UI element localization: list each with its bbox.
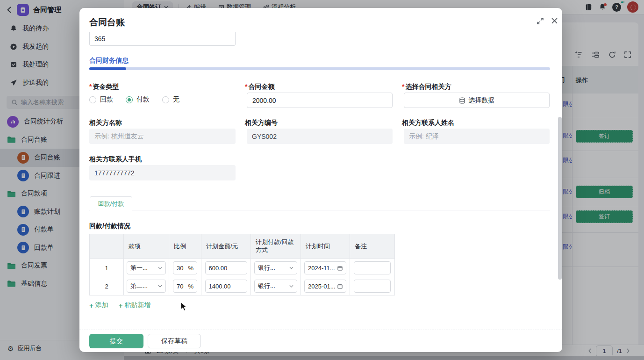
- chevron-down-icon: [289, 266, 293, 269]
- table-row: 2 第二... 70% 1400.00 银行... 2025-01...: [90, 277, 394, 295]
- submit-button[interactable]: 提交: [89, 334, 143, 348]
- item-select[interactable]: 第二...: [127, 280, 166, 293]
- radio-icon: [162, 96, 169, 103]
- payment-plan-table: 款项 比例 计划金额/元 计划付款/回款方式 计划时间 备注 1 第一... 3…: [89, 234, 395, 295]
- field-label-amount: 合同金额: [245, 83, 274, 91]
- field-label-related-party: 选择合同相关方: [402, 83, 451, 91]
- party-code-input: GYS002: [247, 129, 393, 144]
- chevron-down-icon: [158, 285, 162, 288]
- contract-amount-input[interactable]: 2000.00: [247, 93, 393, 108]
- amount-input[interactable]: 1400.00: [205, 280, 247, 293]
- radio-label: 付款: [136, 95, 150, 104]
- date-picker[interactable]: 2025-01...: [304, 280, 346, 293]
- calendar-icon: [337, 284, 343, 289]
- chevron-down-icon: [289, 285, 293, 288]
- ratio-input[interactable]: 70%: [173, 280, 197, 293]
- duration-input[interactable]: 365: [89, 32, 236, 46]
- expand-icon[interactable]: [537, 18, 544, 24]
- row-index: 1: [90, 259, 124, 277]
- modal-scrollbar[interactable]: [558, 117, 562, 280]
- col-header: 比例: [169, 234, 201, 259]
- party-name-input: 示例: 杭州道友云: [89, 129, 236, 144]
- field-label-party-name: 相关方名称: [89, 119, 122, 127]
- select-data-label: 选择数据: [468, 96, 494, 105]
- table-header-row: 款项 比例 计划金额/元 计划付款/回款方式 计划时间 备注: [90, 234, 394, 259]
- amount-input[interactable]: 600.00: [205, 261, 247, 274]
- section-title-finance: 合同财务信息: [89, 57, 129, 65]
- mouse-cursor: [180, 302, 188, 312]
- fund-type-radio-group: 回款 付款 无: [89, 95, 179, 104]
- contract-ledger-modal: 合同台账 365 合同财务信息 资金类型 合同金额 选择合同相关方 回款 付款 …: [79, 8, 562, 352]
- section-progress-bar: [89, 67, 550, 70]
- tab-receipt-payment[interactable]: 回款/付款: [90, 196, 132, 211]
- contact-phone-input: 17777777772: [89, 165, 236, 180]
- radio-label: 无: [173, 95, 179, 104]
- chevron-down-icon: [158, 266, 162, 269]
- field-label-party-code: 相关方编号: [245, 119, 278, 127]
- app-window: 合同管理 我的待办 我发起的 我处理的 抄送我的 输入名称来搜索 合同统计分析: [0, 0, 644, 360]
- footer-divider: [79, 330, 562, 330]
- save-draft-button[interactable]: 保存草稿: [148, 334, 201, 348]
- modal-title: 合同台账: [89, 16, 125, 29]
- table-row: 1 第一... 30% 600.00 银行... 2024-11...: [90, 259, 394, 277]
- col-header: 备注: [350, 234, 394, 259]
- select-data-button[interactable]: 选择数据: [404, 93, 550, 108]
- calendar-icon: [337, 266, 343, 271]
- radio-none[interactable]: 无: [162, 95, 179, 104]
- item-select[interactable]: 第一...: [127, 261, 166, 274]
- note-input[interactable]: [354, 261, 391, 274]
- date-picker[interactable]: 2024-11...: [304, 261, 346, 274]
- row-index: 2: [90, 277, 124, 295]
- paste-add-button[interactable]: 粘贴新增: [119, 301, 151, 310]
- payment-table-title: 回款/付款情况: [89, 222, 130, 230]
- plus-icon: [89, 302, 93, 310]
- radio-payment[interactable]: 付款: [126, 95, 150, 104]
- col-header: 款项: [124, 234, 169, 259]
- radio-label: 回款: [100, 95, 113, 104]
- col-header: [90, 234, 124, 259]
- radio-icon: [89, 96, 96, 103]
- table-actions: 添加 粘贴新增: [89, 301, 151, 310]
- method-select[interactable]: 银行...: [254, 280, 297, 293]
- database-icon: [459, 97, 465, 104]
- field-label-contact-name: 相关方联系人姓名: [402, 119, 454, 127]
- contact-name-input: 示例: 纪泽: [404, 129, 550, 144]
- field-label-contact-phone: 相关方联系人手机: [89, 155, 142, 164]
- note-input[interactable]: [354, 280, 391, 293]
- add-row-button[interactable]: 添加: [89, 301, 108, 310]
- col-header: 计划金额/元: [201, 234, 251, 259]
- tab-bottom-border: [89, 210, 550, 210]
- col-header: 计划付款/回款方式: [251, 234, 301, 259]
- field-label-fund-type: 资金类型: [89, 83, 119, 91]
- radio-checked-icon: [126, 96, 133, 103]
- ratio-input[interactable]: 30%: [173, 261, 197, 274]
- col-header: 计划时间: [301, 234, 350, 259]
- radio-receipt[interactable]: 回款: [89, 95, 113, 104]
- plus-icon: [119, 302, 123, 310]
- method-select[interactable]: 银行...: [254, 261, 297, 274]
- close-icon[interactable]: [551, 17, 558, 24]
